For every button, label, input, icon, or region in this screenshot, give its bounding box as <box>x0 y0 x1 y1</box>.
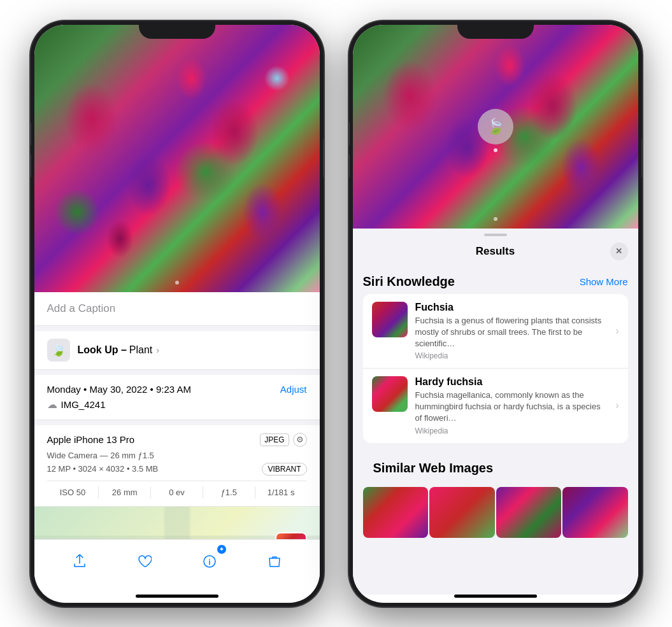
results-header: Results ✕ <box>353 236 638 267</box>
knowledge-card: Fuchsia Fuchsia is a genus of flowering … <box>363 294 628 443</box>
lookup-label-bold: Look Up – <box>78 344 127 356</box>
close-button[interactable]: ✕ <box>610 243 628 260</box>
info-panel: Add a Caption 🍃 Look Up – Plant › Monday… <box>34 292 320 539</box>
lookup-chevron-icon: › <box>156 345 159 355</box>
knowledge-item-hardy[interactable]: Hardy fuchsia Fuchsia magellanica, commo… <box>363 369 628 443</box>
lookup-icon: 🍃 <box>47 339 70 362</box>
hardy-thumbnail <box>372 376 408 412</box>
cloud-icon: ☁ <box>47 398 57 411</box>
map-thumbnail <box>275 532 307 539</box>
leaf-icon: 🍃 <box>486 118 505 136</box>
hardy-source: Wikipedia <box>415 426 608 435</box>
filename-row: ☁ IMG_4241 <box>47 398 307 411</box>
siri-knowledge-title: Siri Knowledge <box>363 274 455 289</box>
date-row: Monday • May 30, 2022 • 9:23 AM Adjust <box>47 384 307 395</box>
lookup-text: Look Up – Plant › <box>78 344 159 356</box>
right-volume-down-button[interactable] <box>349 155 350 177</box>
camera-name: Apple iPhone 13 Pro <box>47 434 135 445</box>
flower-photo[interactable] <box>34 25 320 292</box>
right-flower-photo: 🍃 <box>353 25 638 229</box>
filename-text: IMG_4241 <box>61 399 106 410</box>
resolution-text: 12 MP • 3024 × 4032 • 3.5 MB <box>47 464 159 474</box>
date-text: Monday • May 30, 2022 • 9:23 AM <box>47 384 191 395</box>
camera-section: Apple iPhone 13 Pro JPEG ⚙ Wide Camera —… <box>34 425 320 507</box>
hardy-name: Hardy fuchsia <box>415 376 608 388</box>
fuchsia-thumbnail <box>372 302 408 337</box>
exif-row: ISO 50 26 mm 0 ev ƒ1.5 1/181 s <box>47 481 307 498</box>
right-photo-indicator-dot <box>494 217 497 221</box>
results-panel: Results ✕ Siri Knowledge Show More Fuchs… <box>353 229 638 595</box>
hardy-info: Hardy fuchsia Fuchsia magellanica, commo… <box>415 376 608 435</box>
map-section[interactable] <box>34 507 320 539</box>
knowledge-item-fuchsia[interactable]: Fuchsia Fuchsia is a genus of flowering … <box>363 294 628 369</box>
exif-ev: 0 ev <box>151 486 203 498</box>
info-button-container[interactable]: ✦ <box>196 547 224 575</box>
volume-up-button[interactable] <box>31 123 31 145</box>
fuchsia-name: Fuchsia <box>415 302 608 313</box>
lens-detail: Wide Camera — 26 mm ƒ1.5 <box>47 451 307 460</box>
vlu-dot <box>494 148 497 152</box>
fuchsia-description: Fuchsia is a genus of flowering plants t… <box>415 315 608 350</box>
hardy-description: Fuchsia magellanica, commonly known as t… <box>415 390 608 425</box>
right-phone: 🍃 Results ✕ Siri Knowledge Show More <box>349 21 642 607</box>
lookup-row[interactable]: 🍃 Look Up – Plant › <box>34 331 320 370</box>
hardy-chevron-icon: › <box>615 400 618 411</box>
similar-image-1[interactable] <box>363 487 429 538</box>
right-home-bar <box>454 595 537 598</box>
lookup-label-regular: Plant <box>129 344 152 356</box>
similar-images-row <box>353 487 638 538</box>
similar-header: Similar Web Images <box>353 453 638 487</box>
power-button[interactable] <box>323 139 324 177</box>
siri-knowledge-header: Siri Knowledge Show More <box>353 267 638 294</box>
exif-focal: 26 mm <box>99 486 151 498</box>
bottom-toolbar: ✦ <box>34 539 320 595</box>
fuchsia-chevron-icon: › <box>615 325 618 337</box>
photo-indicator-dot <box>175 281 179 285</box>
adjust-button[interactable]: Adjust <box>280 384 307 395</box>
visual-look-up-button[interactable]: 🍃 <box>478 109 513 144</box>
resolution-row: 12 MP • 3024 × 4032 • 3.5 MB VIBRANT <box>47 463 307 476</box>
settings-icon[interactable]: ⚙ <box>293 433 307 447</box>
exif-shutter: 1/181 s <box>255 486 307 498</box>
exif-iso: ISO 50 <box>47 486 99 498</box>
delete-button[interactable] <box>261 547 289 575</box>
results-content: Siri Knowledge Show More Fuchsia Fuchsia… <box>353 267 638 595</box>
info-badge: ✦ <box>217 545 226 554</box>
home-bar <box>136 595 218 598</box>
badges: JPEG ⚙ <box>260 433 306 447</box>
right-power-button[interactable] <box>641 139 642 177</box>
right-phone-screen: 🍃 Results ✕ Siri Knowledge Show More <box>353 25 638 603</box>
caption-placeholder[interactable]: Add a Caption <box>47 302 116 314</box>
phone-notch <box>139 21 215 39</box>
date-section: Monday • May 30, 2022 • 9:23 AM Adjust ☁… <box>34 375 320 420</box>
similar-image-2[interactable] <box>429 487 495 538</box>
similar-title: Similar Web Images <box>363 461 504 482</box>
share-button[interactable] <box>66 547 94 575</box>
left-phone-screen: Add a Caption 🍃 Look Up – Plant › Monday… <box>34 25 320 603</box>
exif-aperture: ƒ1.5 <box>203 486 255 498</box>
similar-image-3[interactable] <box>496 487 562 538</box>
format-badge: JPEG <box>260 433 289 446</box>
similar-section: Similar Web Images <box>353 453 638 538</box>
style-badge: VIBRANT <box>262 463 306 476</box>
fuchsia-info: Fuchsia Fuchsia is a genus of flowering … <box>415 302 608 361</box>
show-more-button[interactable]: Show More <box>580 276 628 287</box>
volume-down-button[interactable] <box>31 155 31 177</box>
right-volume-up-button[interactable] <box>349 123 350 145</box>
favorite-button[interactable] <box>131 547 159 575</box>
camera-header: Apple iPhone 13 Pro JPEG ⚙ <box>47 433 307 447</box>
caption-area[interactable]: Add a Caption <box>34 292 320 326</box>
left-phone: Add a Caption 🍃 Look Up – Plant › Monday… <box>31 21 324 607</box>
right-phone-notch <box>457 21 534 39</box>
fuchsia-source: Wikipedia <box>415 351 608 360</box>
similar-image-4[interactable] <box>562 487 628 538</box>
results-title: Results <box>381 245 610 258</box>
